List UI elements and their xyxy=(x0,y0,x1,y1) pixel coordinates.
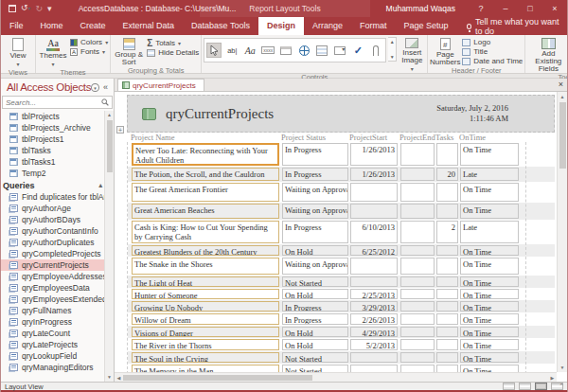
nav-pane-scrollbar[interactable]: ▲ ▼ xyxy=(104,111,114,382)
collapse-group-icon[interactable]: ▴ xyxy=(98,182,102,189)
print-preview-icon[interactable] xyxy=(519,383,531,390)
date-time-button[interactable]: Date and Time xyxy=(462,58,523,65)
search-input[interactable] xyxy=(3,98,98,107)
sidebar-item-find-duplicates-for-tblauthors[interactable]: Find duplicates for tblAuthors xyxy=(1,191,114,203)
cell-name[interactable]: The Snake in the Shores xyxy=(132,258,279,275)
select-pointer-icon[interactable] xyxy=(206,43,222,58)
cell-start[interactable]: 2/26/2013 xyxy=(350,313,398,325)
cell-status[interactable]: In Progress xyxy=(282,313,348,325)
vertical-scrollbar[interactable]: ▲ ▼ xyxy=(557,92,567,372)
sidebar-item-qryemployeesdata[interactable]: qryEmployeesData xyxy=(1,282,114,294)
page-numbers-button[interactable]: # Page Numbers xyxy=(430,37,460,66)
cell-status[interactable]: On Hold xyxy=(282,339,348,350)
cell-name[interactable]: Never Too Late: Reconnecting with Your A… xyxy=(132,143,279,166)
column-header-end[interactable]: ProjectEnd xyxy=(399,133,435,142)
sidebar-item-qryauthorbdays[interactable]: qryAuthorBDays xyxy=(1,214,114,225)
insert-image-button[interactable]: Insert Image ▾ xyxy=(399,37,425,73)
report-date[interactable]: Saturday, July 2, 2016 xyxy=(436,103,508,113)
report-header-band[interactable]: qryCurrentProjects Saturday, July 2, 201… xyxy=(127,95,555,133)
tab-format[interactable]: Format xyxy=(351,17,396,35)
cell-status[interactable]: On Hold xyxy=(282,245,348,256)
tab-home[interactable]: Home xyxy=(32,17,72,35)
sidebar-item-tbltasks[interactable]: tblTasks xyxy=(1,145,114,156)
cell-status[interactable]: In Progress xyxy=(282,168,348,181)
scrollbar-thumb[interactable] xyxy=(559,102,566,169)
cell-name[interactable]: Willow of Dream xyxy=(132,313,279,325)
cell-name[interactable]: The River in the Thorns xyxy=(132,339,279,350)
combobox-control-icon[interactable] xyxy=(332,43,347,58)
cell-end[interactable] xyxy=(400,352,435,363)
scroll-left-icon[interactable]: ◀ xyxy=(115,375,123,381)
column-header-name[interactable]: Project Name xyxy=(131,133,175,142)
cell-tasks[interactable] xyxy=(436,327,458,337)
column-header-ontime[interactable]: OnTime xyxy=(459,133,486,142)
sidebar-item-qrylatecount[interactable]: qryLateCount xyxy=(1,328,114,339)
tab-create[interactable]: Create xyxy=(72,17,115,35)
cell-end[interactable] xyxy=(400,168,435,181)
add-existing-fields-button[interactable]: Add Existing Fields xyxy=(527,37,568,73)
sidebar-item-qrylookupfield[interactable]: qryLookupField xyxy=(1,350,114,362)
scroll-down-icon[interactable]: ▼ xyxy=(107,373,112,382)
title-button[interactable]: Title xyxy=(462,48,523,56)
cell-name[interactable]: The Great American Frontier xyxy=(132,183,279,202)
cell-name[interactable]: Hunter of Someone xyxy=(132,289,279,299)
totals-button[interactable]: Σ Totals ▾ xyxy=(147,39,199,47)
textbox-control-icon[interactable]: ab| xyxy=(224,43,240,58)
cell-ontime[interactable]: Late xyxy=(460,221,519,243)
sidebar-item-tblprojects[interactable]: tblProjects xyxy=(1,111,114,122)
view-button[interactable]: View ▾ xyxy=(3,37,33,68)
cell-ontime[interactable]: On Time xyxy=(460,352,519,363)
cell-tasks[interactable] xyxy=(436,301,458,312)
close-document-icon[interactable]: × xyxy=(559,80,563,89)
cell-end[interactable] xyxy=(400,339,435,350)
layout-view-icon[interactable] xyxy=(535,383,547,390)
cell-ontime[interactable]: Late xyxy=(460,168,519,181)
help-button[interactable]: ? xyxy=(469,0,493,17)
minimize-button[interactable]: – xyxy=(493,0,518,17)
cell-end[interactable] xyxy=(400,289,435,299)
scroll-up-icon[interactable]: ▲ xyxy=(560,92,565,101)
cell-tasks[interactable]: 20 xyxy=(436,168,458,181)
cell-ontime[interactable]: On Time xyxy=(460,313,519,325)
cell-start[interactable]: 2/25/2013 xyxy=(350,289,398,299)
cell-start[interactable] xyxy=(350,204,398,219)
cell-end[interactable] xyxy=(400,258,435,275)
cell-name[interactable]: Visions of Danger xyxy=(132,327,279,337)
save-icon[interactable] xyxy=(9,5,16,12)
cell-name[interactable]: Great American Beaches xyxy=(132,204,279,219)
hyperlink-icon[interactable] xyxy=(296,43,311,58)
cell-tasks[interactable] xyxy=(436,339,458,350)
tab-external-data[interactable]: External Data xyxy=(115,17,184,35)
tab-control-icon[interactable] xyxy=(278,43,293,58)
tab-page-setup[interactable]: Page Setup xyxy=(396,17,457,35)
cell-end[interactable] xyxy=(400,276,435,287)
collapse-ribbon-icon[interactable]: ⌃ xyxy=(559,383,564,390)
cell-ontime[interactable]: On Time xyxy=(460,289,519,299)
cell-end[interactable] xyxy=(400,221,435,243)
cell-end[interactable] xyxy=(400,204,435,219)
document-tab[interactable]: qryCurrentProjects xyxy=(117,79,204,91)
cell-tasks[interactable] xyxy=(436,204,458,219)
cell-name[interactable]: The Light of Heat xyxy=(132,276,279,287)
scrollbar-thumb[interactable] xyxy=(107,120,113,172)
cell-ontime[interactable]: On Time xyxy=(460,143,519,166)
sidebar-item-tblprojects1[interactable]: tblProjects1 xyxy=(1,134,114,145)
report-logo-icon[interactable] xyxy=(142,108,156,120)
tab-database-tools[interactable]: Database Tools xyxy=(183,17,258,35)
maximize-button[interactable]: □ xyxy=(518,0,542,17)
cell-tasks[interactable] xyxy=(436,313,458,325)
account-name[interactable]: Muhammad Waqas xyxy=(373,4,469,13)
listbox-control-icon[interactable] xyxy=(314,43,329,58)
sidebar-item-qryinprogress[interactable]: qryInProgress xyxy=(1,316,114,328)
cell-start[interactable]: 1/26/2013 xyxy=(350,143,398,166)
cell-ontime[interactable]: On Time xyxy=(460,339,519,350)
cell-status[interactable]: On Hold xyxy=(282,327,348,337)
redo-icon[interactable]: ↻ xyxy=(36,5,44,13)
colors-button[interactable]: Colors ▾ xyxy=(70,39,108,46)
sidebar-item-qryauthorcontantinfo[interactable]: qryAuthorContantInfo xyxy=(1,225,114,237)
cell-status[interactable]: On Hold xyxy=(282,289,348,299)
report-title[interactable]: qryCurrentProjects xyxy=(166,106,274,122)
nav-pane-menu-icon[interactable]: ▾ xyxy=(91,83,99,92)
cell-status[interactable]: Not Started xyxy=(282,352,348,363)
cell-end[interactable] xyxy=(400,143,435,166)
